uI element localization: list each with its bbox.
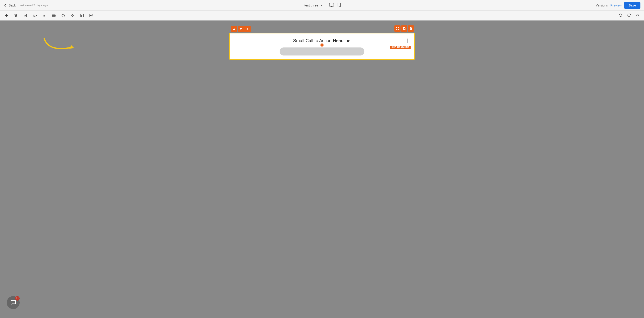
page-icon[interactable] [22,13,28,18]
expand-button[interactable] [394,25,400,32]
text-cursor [407,38,408,43]
toolbar [0,11,644,20]
shape-icon[interactable] [60,13,66,18]
block-actions [394,25,414,32]
desktop-device-icon[interactable] [328,2,335,9]
svg-point-6 [62,14,64,17]
chat-badge: 11 [15,296,20,301]
svg-rect-8 [73,14,74,15]
canvas-area: Small Call to Action Headline SUB HEADLI… [0,20,644,318]
svg-rect-11 [80,14,84,17]
svg-marker-14 [70,45,74,49]
form-icon[interactable] [42,13,47,18]
selected-block[interactable]: Small Call to Action Headline SUB HEADLI… [230,33,414,60]
save-button[interactable]: Save [624,2,640,9]
code-icon[interactable] [32,13,38,18]
svg-rect-7 [71,14,72,15]
delete-button[interactable] [408,25,414,32]
versions-button[interactable]: Versions [596,3,608,7]
selected-block-wrapper: Small Call to Action Headline SUB HEADLI… [230,33,414,60]
chat-bubble[interactable]: 11 [7,296,20,309]
headline-text: Small Call to Action Headline [236,38,407,43]
device-switcher [328,2,342,9]
back-label: Back [8,3,16,7]
component-icon[interactable] [70,13,76,18]
layout-icon[interactable] [79,13,85,18]
add-icon[interactable] [4,13,9,18]
header-right: Versions Preview Save [596,2,640,9]
chevron-down-icon [320,5,323,6]
section-icon[interactable] [51,13,57,18]
button-placeholder [280,47,364,55]
diff-icon[interactable] [635,12,640,19]
undo-icon[interactable] [618,12,624,19]
sub-headline-badge: SUB HEADLINE [390,46,410,49]
duplicate-button[interactable] [401,25,407,32]
svg-rect-9 [71,16,72,17]
layers-icon[interactable] [13,13,19,18]
svg-rect-10 [73,16,74,17]
headline-row[interactable]: Small Call to Action Headline SUB HEADLI… [234,36,410,45]
resize-handle[interactable] [320,43,324,47]
page-name-dropdown[interactable]: test three [302,2,325,8]
move-up-button[interactable] [231,26,237,32]
last-saved-text: Last saved 2 days ago [18,3,48,7]
mobile-device-icon[interactable] [336,2,342,9]
asset-icon[interactable] [88,13,94,18]
svg-rect-16 [404,28,405,30]
block-content: Small Call to Action Headline SUB HEADLI… [230,33,414,59]
svg-point-13 [92,14,92,15]
redo-icon[interactable] [626,12,632,19]
header-center: test three [302,2,342,9]
move-down-button[interactable] [238,26,244,32]
header-bar: Back Last saved 2 days ago test three [0,0,644,11]
arrow-annotation [40,34,80,61]
toolbar-right [618,12,640,19]
block-settings-button[interactable] [244,26,250,32]
block-toolbar [230,25,252,32]
svg-point-15 [247,28,248,29]
svg-rect-0 [329,3,334,6]
page-name-label: test three [304,3,318,7]
preview-button[interactable]: Preview [610,3,622,7]
svg-point-2 [339,6,339,7]
header-left: Back Last saved 2 days ago [4,3,593,7]
back-button[interactable]: Back [4,3,16,7]
